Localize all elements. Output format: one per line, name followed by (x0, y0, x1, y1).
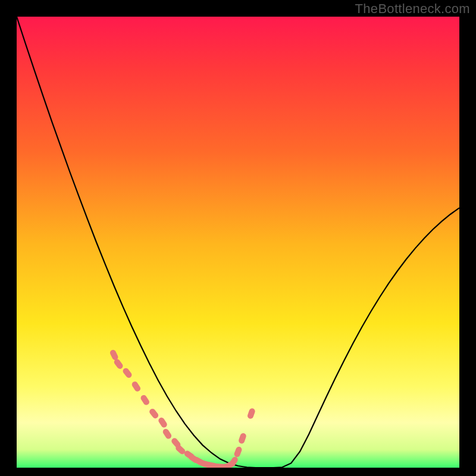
plot-area (17, 17, 459, 468)
chart-container: TheBottleneck.com (0, 0, 476, 476)
watermark-text: TheBottleneck.com (355, 1, 470, 17)
gradient-background (17, 17, 459, 468)
